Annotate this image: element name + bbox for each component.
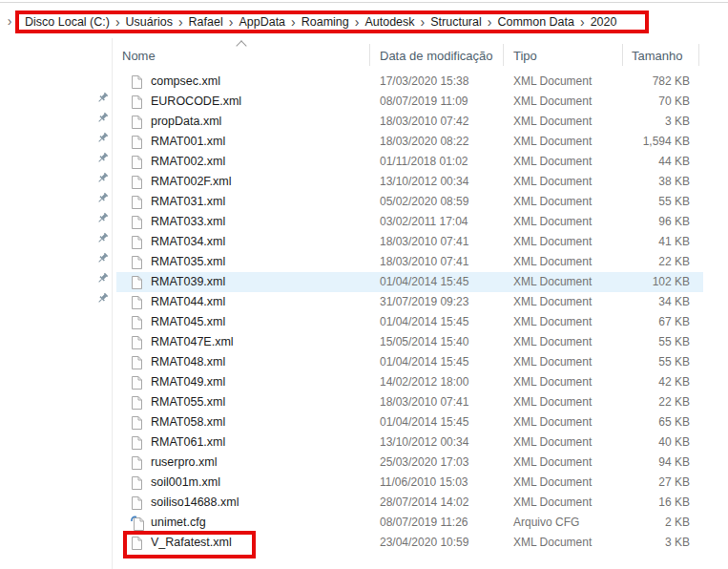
column-divider[interactable]	[622, 44, 623, 66]
file-date-modified: 01/11/2018 01:02	[380, 152, 499, 172]
file-size: 2 KB	[594, 513, 690, 533]
file-icon	[131, 375, 143, 390]
column-divider[interactable]	[698, 44, 699, 66]
breadcrumb-item[interactable]: Disco Local (C:)	[25, 15, 110, 29]
column-divider[interactable]	[503, 44, 504, 66]
breadcrumb-item[interactable]: Common Data	[497, 15, 574, 29]
file-icon	[131, 115, 143, 130]
breadcrumb-item[interactable]: 2020	[591, 15, 617, 29]
table-row[interactable]: RMAT048.xml 01/04/2014 15:45 XML Documen…	[0, 352, 728, 372]
breadcrumb-item[interactable]: AppData	[239, 15, 285, 29]
pushpin-icon[interactable]	[94, 108, 110, 128]
file-icon	[131, 155, 143, 170]
file-name: RMAT034.xml	[151, 232, 365, 252]
pushpin-icon[interactable]	[94, 288, 110, 308]
breadcrumb-separator-chevron-icon[interactable]: ›	[115, 15, 120, 29]
breadcrumb-separator-chevron-icon[interactable]: ›	[229, 15, 234, 29]
file-date-modified: 13/10/2012 00:34	[380, 172, 499, 192]
window-top-border	[0, 2, 728, 3]
file-name: RMAT033.xml	[151, 212, 365, 232]
file-name: RMAT049.xml	[151, 372, 365, 392]
breadcrumb-item[interactable]: Structural	[430, 15, 482, 29]
breadcrumb-item[interactable]: Rafael	[189, 15, 223, 29]
file-date-modified: 01/04/2014 15:45	[380, 272, 499, 292]
breadcrumb-separator-chevron-icon[interactable]: ›	[421, 15, 426, 29]
file-size: 22 KB	[594, 392, 690, 412]
file-date-modified: 31/07/2019 09:23	[380, 292, 499, 312]
pushpin-icon[interactable]	[94, 208, 110, 228]
file-size: 55 KB	[594, 352, 690, 372]
breadcrumb-separator-chevron-icon[interactable]: ›	[178, 15, 183, 29]
file-icon	[131, 175, 143, 190]
breadcrumb-root-chevron-icon[interactable]: ›	[3, 12, 16, 30]
file-icon	[131, 235, 143, 250]
table-row[interactable]: RMAT047E.xml 15/05/2014 15:40 XML Docume…	[0, 332, 728, 352]
breadcrumb: Disco Local (C:)›Usuários›Rafael›AppData…	[15, 11, 649, 33]
file-name: RMAT002.xml	[151, 152, 365, 172]
file-icon	[131, 95, 143, 110]
breadcrumb-separator-chevron-icon[interactable]: ›	[488, 15, 492, 29]
table-row[interactable]: unimet.cfg 08/07/2019 11:26 Arquivo CFG …	[0, 513, 728, 533]
file-size: 102 KB	[594, 272, 690, 292]
column-divider[interactable]	[369, 44, 370, 66]
file-name: ruserpro.xml	[151, 453, 365, 473]
file-date-modified: 05/02/2020 08:59	[380, 192, 499, 212]
table-row[interactable]: RMAT049.xml 14/02/2012 18:00 XML Documen…	[0, 372, 728, 392]
file-date-modified: 23/04/2020 10:59	[380, 533, 499, 553]
file-icon	[131, 415, 143, 431]
pushpin-icon[interactable]	[94, 88, 110, 108]
file-size: 65 KB	[594, 412, 690, 432]
pushpin-icon[interactable]	[94, 148, 110, 168]
breadcrumb-item[interactable]: Autodesk	[364, 15, 414, 29]
file-size: 3 KB	[594, 112, 690, 132]
pushpin-icon[interactable]	[94, 128, 110, 148]
pushpin-icon[interactable]	[94, 168, 110, 188]
file-date-modified: 11/06/2010 15:03	[380, 473, 499, 493]
file-size: 96 KB	[594, 212, 690, 232]
file-icon	[131, 135, 143, 150]
file-size: 16 KB	[594, 493, 690, 513]
table-row[interactable]: soil001m.xml 11/06/2010 15:03 XML Docume…	[0, 473, 728, 493]
pushpin-icon[interactable]	[94, 228, 110, 248]
pushpin-icon[interactable]	[94, 188, 110, 208]
file-date-modified: 13/10/2012 00:34	[380, 432, 499, 453]
file-size: 27 KB	[594, 473, 690, 493]
file-name: RMAT031.xml	[151, 192, 365, 212]
breadcrumb-separator-chevron-icon[interactable]: ›	[580, 15, 585, 29]
breadcrumb-separator-chevron-icon[interactable]: ›	[291, 15, 296, 29]
file-size: 70 KB	[594, 92, 690, 112]
pushpin-icon[interactable]	[94, 248, 110, 268]
file-size: 42 KB	[594, 372, 690, 392]
table-row[interactable]: ruserpro.xml 25/03/2020 17:03 XML Docume…	[0, 453, 728, 473]
file-date-modified: 15/05/2014 15:40	[380, 332, 499, 352]
file-size: 55 KB	[594, 332, 690, 352]
table-row[interactable]: V_Rafatest.xml 23/04/2020 10:59 XML Docu…	[0, 533, 728, 553]
breadcrumb-item[interactable]: Usuários	[126, 15, 173, 29]
file-icon	[131, 295, 143, 310]
file-date-modified: 01/04/2014 15:45	[380, 352, 499, 372]
table-row[interactable]: RMAT058.xml 01/04/2014 15:45 XML Documen…	[0, 412, 728, 432]
breadcrumb-separator-chevron-icon[interactable]: ›	[355, 15, 360, 29]
table-row[interactable]: soiliso14688.xml 28/07/2014 14:02 XML Do…	[0, 493, 728, 513]
file-icon	[131, 315, 143, 330]
file-name: RMAT047E.xml	[151, 332, 365, 352]
column-header-type[interactable]: Tipo	[513, 48, 537, 65]
table-row[interactable]: RMAT061.xml 13/10/2012 00:34 XML Documen…	[0, 432, 728, 453]
file-name: RMAT002F.xml	[151, 172, 365, 192]
column-header-name[interactable]: Nome	[122, 48, 156, 65]
column-header-date-modified[interactable]: Data de modificação	[380, 48, 493, 65]
file-icon	[131, 74, 143, 90]
table-row[interactable]: RMAT055.xml 18/03/2010 07:41 XML Documen…	[0, 392, 728, 412]
file-name: RMAT058.xml	[151, 412, 365, 432]
file-date-modified: 01/04/2014 15:45	[380, 312, 499, 332]
file-size: 41 KB	[594, 232, 690, 252]
table-row[interactable]: RMAT044.xml 31/07/2019 09:23 XML Documen…	[0, 292, 728, 312]
file-name: RMAT035.xml	[151, 252, 365, 272]
pushpin-icon[interactable]	[94, 268, 110, 288]
file-icon	[131, 495, 143, 511]
breadcrumb-items: Disco Local (C:)›Usuários›Rafael›AppData…	[19, 15, 616, 29]
file-icon	[131, 395, 143, 411]
table-row[interactable]: RMAT045.xml 01/04/2014 15:45 XML Documen…	[0, 312, 728, 332]
column-header-size[interactable]: Tamanho	[632, 48, 682, 65]
breadcrumb-item[interactable]: Roaming	[302, 15, 349, 29]
